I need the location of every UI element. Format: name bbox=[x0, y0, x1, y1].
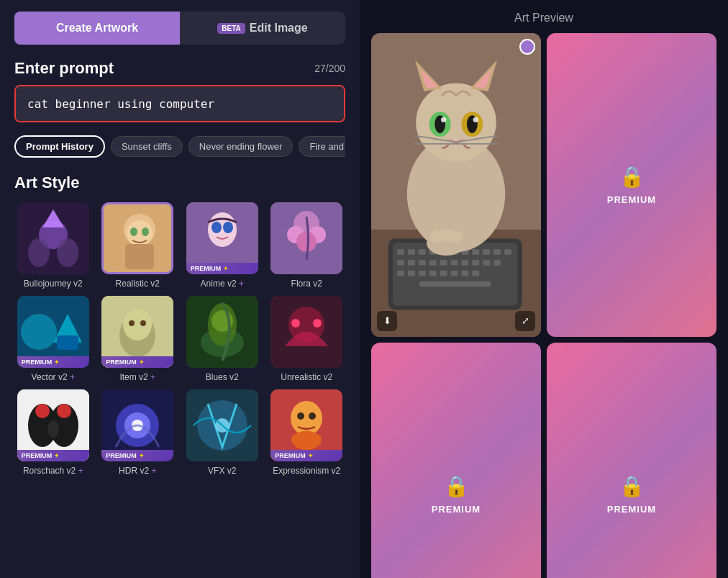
svg-rect-73 bbox=[440, 260, 447, 265]
art-item-rorschach[interactable]: PREMIUM ✦ Rorschach v2 + bbox=[14, 389, 92, 476]
art-name-vfx: VFX v2 bbox=[208, 466, 236, 476]
svg-rect-77 bbox=[483, 260, 490, 265]
art-item-hdr[interactable]: PREMIUM ✦ HDR v2 + bbox=[99, 389, 177, 476]
svg-point-51 bbox=[291, 401, 322, 435]
svg-rect-81 bbox=[419, 271, 426, 276]
prompt-history-button[interactable]: Prompt History bbox=[14, 135, 105, 158]
svg-rect-66 bbox=[483, 249, 490, 254]
blues-thumbnail bbox=[186, 296, 258, 368]
svg-rect-82 bbox=[429, 271, 437, 276]
svg-point-98 bbox=[441, 117, 446, 122]
svg-rect-65 bbox=[472, 249, 479, 254]
svg-point-14 bbox=[223, 222, 233, 233]
rorschach-premium-text: PREMIUM bbox=[22, 452, 53, 459]
tag-fire-and-w[interactable]: Fire and w bbox=[299, 136, 345, 157]
buliojourney-thumbnail bbox=[17, 202, 89, 274]
download-icon[interactable]: ⬇ bbox=[377, 311, 397, 331]
svg-point-26 bbox=[123, 309, 152, 340]
art-name-vector: Vector v2 + bbox=[32, 372, 75, 382]
realistic-thumbnail bbox=[104, 204, 173, 274]
svg-rect-60 bbox=[419, 249, 426, 254]
svg-rect-79 bbox=[397, 271, 404, 276]
svg-point-40 bbox=[35, 404, 50, 418]
art-name-unrealistic: Unrealistic v2 bbox=[281, 372, 332, 382]
svg-rect-69 bbox=[397, 260, 404, 265]
art-style-section: Art Style Buliojourney v2 bbox=[14, 173, 345, 476]
expressionism-premium-text: PREMIUM bbox=[275, 452, 306, 459]
art-name-blues: Blues v2 bbox=[206, 372, 239, 382]
art-item-expressionism[interactable]: PREMIUM ✦ Expressionism v2 bbox=[268, 389, 346, 476]
cell-bottom-icons: ⬇ ⤢ bbox=[377, 311, 535, 331]
svg-point-36 bbox=[313, 319, 322, 328]
svg-point-4 bbox=[57, 238, 78, 267]
premium-label-4: PREMIUM bbox=[607, 504, 656, 515]
tag-sunset-cliffs[interactable]: Sunset cliffs bbox=[111, 136, 183, 157]
art-item-flora[interactable]: Flora v2 bbox=[268, 202, 346, 289]
item-premium-text: PREMIUM bbox=[106, 358, 137, 366]
art-item-buliojourney[interactable]: Buliojourney v2 bbox=[14, 202, 92, 289]
art-style-grid: Buliojourney v2 Realistic v2 bbox=[14, 202, 345, 476]
tab-bar: Create Artwork BETA Edit Image bbox=[14, 12, 345, 45]
svg-point-41 bbox=[57, 404, 71, 418]
tag-never-ending-flower[interactable]: Never ending flower bbox=[188, 136, 294, 157]
svg-rect-71 bbox=[419, 260, 426, 265]
svg-rect-84 bbox=[451, 271, 458, 276]
svg-point-21 bbox=[21, 314, 57, 350]
svg-point-99 bbox=[473, 117, 478, 122]
art-name-hdr: HDR v2 + bbox=[119, 466, 156, 476]
svg-rect-72 bbox=[429, 260, 437, 265]
prompt-count: 27/200 bbox=[314, 63, 345, 74]
svg-rect-83 bbox=[440, 271, 447, 276]
prompt-input[interactable]: cat beginner using computer bbox=[14, 85, 345, 122]
preview-cell-premium-3[interactable]: 🔒 PREMIUM bbox=[371, 343, 541, 578]
art-item-anime[interactable]: PREMIUM ✦ Anime v2 + bbox=[183, 202, 261, 289]
preview-cell-premium-2[interactable]: 🔒 PREMIUM bbox=[547, 33, 716, 337]
art-item-item[interactable]: PREMIUM ✦ Item v2 + bbox=[99, 296, 177, 382]
svg-point-10 bbox=[142, 227, 149, 236]
art-item-vector[interactable]: PREMIUM ✦ Vector v2 + bbox=[14, 296, 92, 382]
anime-premium-text: PREMIUM bbox=[191, 265, 222, 272]
art-item-blues[interactable]: Blues v2 bbox=[183, 296, 261, 382]
art-item-vfx[interactable]: VFX v2 bbox=[183, 389, 261, 476]
art-name-buliojourney: Buliojourney v2 bbox=[24, 279, 83, 289]
flora-thumbnail bbox=[270, 202, 342, 274]
hdr-premium-text: PREMIUM bbox=[106, 452, 137, 459]
preview-grid: ⬇ ⤢ 🔒 PREMIUM 🔒 PREMIUM 🔒 PREMIUM bbox=[371, 33, 716, 578]
expand-icon[interactable]: ⤢ bbox=[515, 311, 535, 331]
svg-point-53 bbox=[309, 412, 316, 420]
svg-point-52 bbox=[297, 412, 304, 420]
art-name-item: Item v2 + bbox=[119, 372, 155, 382]
svg-rect-80 bbox=[408, 271, 415, 276]
svg-rect-58 bbox=[397, 249, 404, 254]
preview-cell-main[interactable]: ⬇ ⤢ bbox=[371, 33, 541, 337]
svg-rect-67 bbox=[493, 249, 501, 254]
svg-rect-75 bbox=[461, 260, 468, 265]
prompt-label: Enter prompt bbox=[14, 59, 114, 78]
svg-rect-78 bbox=[493, 260, 501, 265]
svg-rect-23 bbox=[57, 335, 78, 350]
art-item-unrealistic[interactable]: Unrealistic v2 bbox=[268, 296, 346, 382]
left-panel: Create Artwork BETA Edit Image Enter pro… bbox=[0, 0, 360, 578]
preview-cell-premium-4[interactable]: 🔒 PREMIUM bbox=[547, 343, 716, 578]
svg-point-28 bbox=[140, 320, 146, 326]
svg-rect-87 bbox=[419, 281, 491, 286]
cat-artwork bbox=[371, 33, 541, 337]
premium-label-2: PREMIUM bbox=[607, 194, 656, 205]
svg-point-3 bbox=[28, 238, 50, 267]
svg-point-27 bbox=[129, 320, 135, 326]
art-name-anime: Anime v2 + bbox=[201, 279, 244, 289]
tab-edit-image[interactable]: BETA Edit Image bbox=[180, 12, 345, 45]
tab-edit-label: Edit Image bbox=[250, 22, 308, 35]
art-item-realistic[interactable]: Realistic v2 bbox=[99, 202, 177, 289]
svg-rect-76 bbox=[472, 260, 479, 265]
art-name-rorschach: Rorschach v2 + bbox=[23, 466, 83, 476]
vfx-thumbnail bbox=[186, 389, 258, 461]
tab-create-artwork[interactable]: Create Artwork bbox=[14, 12, 180, 45]
art-name-expressionism: Expressionism v2 bbox=[273, 466, 340, 476]
svg-rect-70 bbox=[408, 260, 415, 265]
svg-point-107 bbox=[447, 230, 463, 243]
svg-rect-68 bbox=[504, 249, 511, 254]
lock-icon-4: 🔒 bbox=[619, 474, 645, 498]
svg-rect-74 bbox=[451, 260, 458, 265]
svg-rect-59 bbox=[408, 249, 415, 254]
